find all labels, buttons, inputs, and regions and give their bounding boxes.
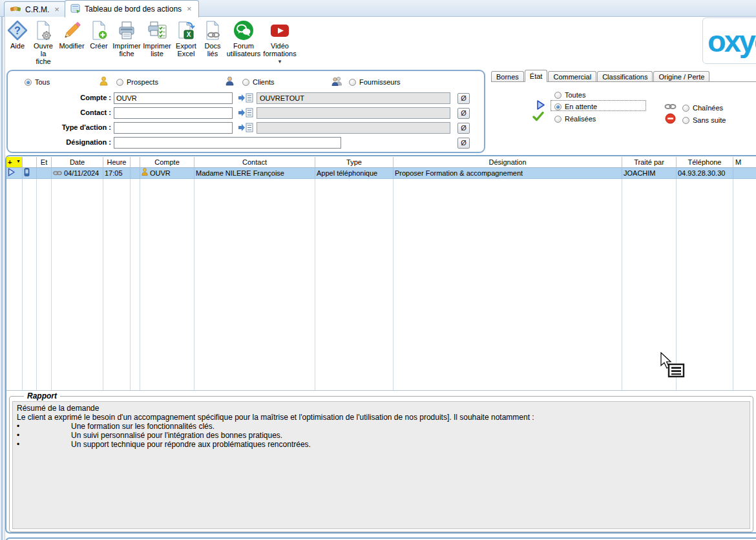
chain-icon <box>664 103 677 111</box>
clear-compte-button[interactable]: Ø <box>457 93 470 104</box>
close-icon[interactable]: × <box>185 6 193 12</box>
handled-by: JOACHIM <box>624 169 656 178</box>
radio-prospects[interactable]: Prospects <box>116 78 158 87</box>
radio-button[interactable] <box>554 103 562 110</box>
row-et-cell[interactable] <box>37 168 52 179</box>
export-excel-button[interactable]: X Export Excel <box>172 17 200 59</box>
row-phone-cell[interactable] <box>23 168 37 179</box>
next-panel-top-edge <box>5 537 756 540</box>
video-trainings-button[interactable]: Vidéo formations ▾ <box>262 17 297 66</box>
radio-sans-suite[interactable]: Sans suite <box>682 116 726 125</box>
designation-input[interactable] <box>114 137 341 149</box>
chevron-down-icon[interactable]: ▾ <box>278 59 282 64</box>
radio-en-attente[interactable]: En attente <box>554 102 597 111</box>
row-compte-cell[interactable]: OUVR <box>140 168 194 179</box>
user-forum-button[interactable]: Forum utilisateurs <box>225 17 262 59</box>
rapport-text-area[interactable]: Résumé de la demande Le client a exprimé… <box>12 401 750 529</box>
tab-origine-perte[interactable]: Origine / Perte <box>653 71 709 82</box>
row-spacer-cell[interactable] <box>131 168 140 179</box>
main-toolbar: ? Aide Ouvr <box>5 17 297 68</box>
tab-etat[interactable]: État <box>525 70 548 82</box>
type-action-input[interactable] <box>114 122 233 134</box>
column-header-compte[interactable]: Compte <box>140 157 194 168</box>
column-header-et[interactable]: Et <box>37 157 52 168</box>
play-icon <box>8 168 15 179</box>
type-action-lookup-icon[interactable] <box>238 123 253 132</box>
row-heure-cell[interactable]: 17:05 <box>103 168 131 179</box>
radio-fournisseurs[interactable]: Fournisseurs <box>349 78 401 87</box>
radio-toutes[interactable]: Toutes <box>554 90 585 99</box>
print-record-button[interactable]: Imprimer fiche <box>111 17 142 59</box>
radio-button[interactable] <box>682 105 689 112</box>
filter-panel: Tous Prospects Clients <box>6 70 485 153</box>
help-button[interactable]: ? Aide <box>5 17 30 52</box>
clear-contact-button[interactable]: Ø <box>457 108 470 119</box>
tab-classifications[interactable]: Classifications <box>597 71 653 82</box>
designation-label: Désignation : <box>13 137 111 148</box>
radio-button[interactable] <box>25 79 32 86</box>
open-record-button[interactable]: Ouvre la fiche <box>30 17 57 67</box>
window-tab-crm[interactable]: C.R.M. × <box>4 1 67 17</box>
row-designation-cell[interactable]: Proposer Formation & accompagnement <box>394 168 622 179</box>
column-header-designation[interactable]: Désignation <box>394 157 622 168</box>
column-header-type[interactable]: Type <box>315 157 394 168</box>
radio-button[interactable] <box>349 79 356 86</box>
radio-button[interactable] <box>682 117 689 124</box>
excel-export-icon: X <box>175 19 197 41</box>
linked-docs-button[interactable]: Docs liés <box>200 17 225 59</box>
rapport-line-summary-title: Résumé de la demande <box>17 404 746 413</box>
pencil-icon <box>61 19 83 41</box>
row-date-cell[interactable]: 04/11/2024 <box>52 168 103 179</box>
radio-chainees[interactable]: Chaînées <box>682 103 723 112</box>
tab-label: Tableau de bord des actions <box>85 5 182 14</box>
column-header-contact[interactable]: Contact <box>194 157 315 168</box>
clear-type-action-button[interactable]: Ø <box>457 123 470 134</box>
row-telephone-cell[interactable]: 04.93.28.30.30 <box>677 168 733 179</box>
column-header-m[interactable]: M <box>733 157 756 168</box>
tab-commercial[interactable]: Commercial <box>548 71 596 82</box>
contact-resolved-field <box>257 107 450 119</box>
radio-button[interactable] <box>116 79 123 86</box>
column-header-date[interactable]: Date <box>52 157 103 168</box>
radio-button[interactable] <box>242 79 249 86</box>
rapport-bullet: • Une formation sur les fonctionnalités … <box>17 422 746 431</box>
window-tab-dashboard[interactable]: Tableau de bord des actions × <box>65 0 199 17</box>
row-traite-par-cell[interactable]: JOACHIM <box>622 168 677 179</box>
row-play-cell[interactable] <box>6 168 23 179</box>
clear-designation-button[interactable]: Ø <box>457 138 470 149</box>
radio-tous[interactable]: Tous <box>25 78 50 87</box>
contact-name: Madame NILERE Françoise <box>196 169 284 178</box>
contact-input[interactable] <box>114 107 233 119</box>
print-icon <box>116 19 138 41</box>
type-action-resolved-field <box>257 122 450 134</box>
contact-lookup-icon[interactable] <box>238 108 253 118</box>
add-column-button[interactable]: +▼ <box>6 157 23 168</box>
radio-clients[interactable]: Clients <box>242 78 275 87</box>
row-contact-cell[interactable]: Madame NILERE Françoise <box>194 168 315 179</box>
radio-button[interactable] <box>554 92 562 99</box>
column-header-telephone[interactable]: Téléphone <box>677 157 733 168</box>
print-list-button[interactable]: Imprimer liste <box>142 17 172 59</box>
type-action-label: Type d'action : <box>13 122 111 133</box>
column-header-traite-par[interactable]: Traité par <box>622 157 677 168</box>
radio-button[interactable] <box>554 116 562 123</box>
column-header-heure[interactable]: Heure <box>103 157 131 168</box>
modify-button[interactable]: Modifier <box>57 17 87 52</box>
row-type-cell[interactable]: Appel téléphonique <box>315 168 394 179</box>
done-check-icon <box>532 112 544 123</box>
compte-lookup-icon[interactable] <box>238 93 253 103</box>
crm-window: C.R.M. × Tableau de bord des actions × <box>0 0 756 540</box>
no-follow-icon <box>665 113 676 125</box>
linked-docs-icon <box>202 19 224 41</box>
chain-icon <box>53 169 62 178</box>
row-m-cell[interactable] <box>733 168 756 179</box>
column-header[interactable] <box>23 157 37 168</box>
create-button[interactable]: Créer <box>87 17 111 52</box>
radio-realisees[interactable]: Réalisées <box>554 114 596 123</box>
handshake-icon <box>10 5 21 14</box>
compte-input[interactable] <box>114 92 233 104</box>
forum-icon <box>233 19 255 41</box>
close-icon[interactable]: × <box>53 6 61 13</box>
column-header[interactable] <box>131 157 140 168</box>
tab-bornes[interactable]: Bornes <box>491 71 524 82</box>
